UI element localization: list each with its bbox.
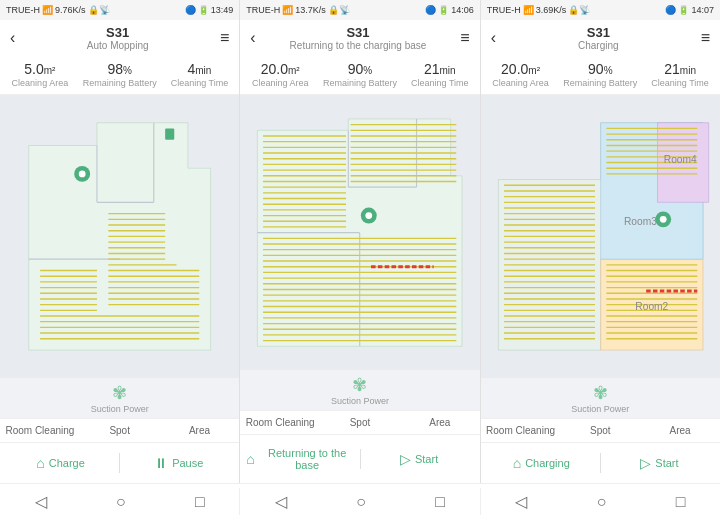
- suction-icon-2[interactable]: ✾: [352, 374, 367, 396]
- recent-nav-1[interactable]: □: [187, 489, 213, 515]
- icons-2: 🔒📡: [328, 5, 350, 15]
- panel-3-map: Room3 Room2 Room4: [481, 95, 720, 378]
- svg-rect-36: [165, 129, 174, 140]
- panel-2-menu[interactable]: ≡: [460, 29, 469, 47]
- recent-nav-3[interactable]: □: [668, 489, 694, 515]
- status-bar-3: TRUE-H 📶 3.69K/s 🔒📡 🔵 🔋 14:07: [481, 0, 720, 20]
- time-1: 13:49: [211, 5, 234, 15]
- svg-point-35: [79, 171, 86, 178]
- pause-label: Pause: [172, 457, 203, 469]
- nav-section-3: ◁ ○ □: [481, 488, 720, 515]
- panel-1: ‹ S31 Auto Mopping ≡ 5.0m² Cleaning Area…: [0, 20, 240, 483]
- panel-2-title: S31 Returning to the charging base: [256, 25, 461, 51]
- tab-area-1[interactable]: Area: [160, 419, 240, 442]
- bt-icon-3: 🔵: [665, 5, 676, 15]
- panel-3-device: S31: [496, 25, 701, 40]
- panel-1-status: Auto Mopping: [15, 40, 220, 51]
- tab-spot-2[interactable]: Spot: [320, 411, 400, 434]
- home-nav-3[interactable]: ○: [589, 489, 615, 515]
- returning-button[interactable]: ⌂ Returning to the base: [244, 441, 357, 477]
- svg-text:Room3: Room3: [624, 216, 657, 227]
- suction-icon-3[interactable]: ✾: [593, 382, 608, 404]
- panel-1-actions: ⌂ Charge ⏸ Pause: [0, 443, 239, 483]
- back-nav-3[interactable]: ◁: [507, 488, 535, 515]
- panel-3-header: ‹ S31 Charging ≡: [481, 20, 720, 56]
- charge-button[interactable]: ⌂ Charge: [4, 449, 117, 477]
- time-3: 14:07: [691, 5, 714, 15]
- status-bars: TRUE-H 📶 9.76K/s 🔒📡 🔵 🔋 13:49 TRUE-H 📶 1…: [0, 0, 720, 20]
- map-svg-2: [246, 102, 473, 363]
- stat-area-unit-1: m²: [44, 65, 56, 76]
- tab-spot-3[interactable]: Spot: [560, 419, 640, 442]
- recent-nav-2[interactable]: □: [427, 489, 453, 515]
- carrier-3: TRUE-H: [487, 5, 521, 15]
- tab-room-cleaning-3[interactable]: Room Cleaning: [481, 419, 561, 442]
- svg-text:Room4: Room4: [663, 154, 696, 165]
- icons-1: 🔒📡: [88, 5, 110, 15]
- map-svg-1: [6, 102, 233, 371]
- back-nav-2[interactable]: ◁: [267, 488, 295, 515]
- panel-3-stat-battery: 90% Remaining Battery: [560, 60, 640, 88]
- returning-label: Returning to the base: [259, 447, 356, 471]
- nav-section-1: ◁ ○ □: [0, 488, 240, 515]
- stat-time-unit-1: min: [195, 65, 211, 76]
- tab-area-2[interactable]: Area: [400, 411, 480, 434]
- action-divider-3: [600, 453, 601, 473]
- stat-time-val-2: 21: [424, 61, 440, 77]
- start-label-2: Start: [415, 453, 438, 465]
- stat-time-unit-3: min: [680, 65, 696, 76]
- panel-1-stat-time: 4min Cleaning Time: [160, 60, 240, 88]
- pause-button[interactable]: ⏸ Pause: [122, 449, 235, 477]
- stat-time-label-2: Cleaning Time: [400, 78, 480, 88]
- status-bar-2: TRUE-H 📶 13.7K/s 🔒📡 🔵 🔋 14:06: [240, 0, 480, 20]
- stat-area-val-2: 20.0: [261, 61, 288, 77]
- stat-time-val-3: 21: [664, 61, 680, 77]
- stat-battery-val-3: 90: [588, 61, 604, 77]
- stat-area-unit-2: m²: [288, 65, 300, 76]
- panel-1-device: S31: [15, 25, 220, 40]
- panel-1-stat-battery: 98% Remaining Battery: [80, 60, 160, 88]
- panel-3-menu[interactable]: ≡: [701, 29, 710, 47]
- tab-area-3[interactable]: Area: [640, 419, 720, 442]
- start-icon-2: ▷: [400, 451, 411, 467]
- nav-section-2: ◁ ○ □: [240, 488, 480, 515]
- charging-button[interactable]: ⌂ Charging: [485, 449, 598, 477]
- time-2: 14:06: [451, 5, 474, 15]
- svg-text:Room2: Room2: [635, 301, 668, 312]
- stat-area-unit-3: m²: [528, 65, 540, 76]
- panel-1-menu[interactable]: ≡: [220, 29, 229, 47]
- speed-1: 9.76K/s: [55, 5, 86, 15]
- stat-battery-unit-3: %: [604, 65, 613, 76]
- signal-icon-1: 📶: [42, 5, 53, 15]
- panel-2-mode-tabs: Room Cleaning Spot Area: [240, 410, 479, 435]
- panel-2-stat-area: 20.0m² Cleaning Area: [240, 60, 320, 88]
- home-nav-1[interactable]: ○: [108, 489, 134, 515]
- start-button-3[interactable]: ▷ Start: [603, 449, 716, 477]
- panels-container: ‹ S31 Auto Mopping ≡ 5.0m² Cleaning Area…: [0, 20, 720, 483]
- stat-battery-label-3: Remaining Battery: [560, 78, 640, 88]
- panel-2-device: S31: [256, 25, 461, 40]
- suction-label-2: Suction Power: [331, 396, 389, 406]
- start-button-2[interactable]: ▷ Start: [363, 445, 476, 473]
- carrier-2: TRUE-H: [246, 5, 280, 15]
- charge-icon: ⌂: [36, 455, 44, 471]
- signal-icon-2: 📶: [282, 5, 293, 15]
- tab-room-cleaning-2[interactable]: Room Cleaning: [240, 411, 320, 434]
- home-nav-2[interactable]: ○: [348, 489, 374, 515]
- signal-icon-3: 📶: [523, 5, 534, 15]
- icons-3: 🔒📡: [568, 5, 590, 15]
- stat-battery-val-1: 98: [107, 61, 123, 77]
- tab-room-cleaning-1[interactable]: Room Cleaning: [0, 419, 80, 442]
- panel-2-map: [240, 95, 479, 370]
- suction-icon-1[interactable]: ✾: [112, 382, 127, 404]
- panel-2-suction: ✾ Suction Power: [240, 370, 479, 410]
- stat-area-val-3: 20.0: [501, 61, 528, 77]
- stat-battery-unit-2: %: [363, 65, 372, 76]
- panel-2-header: ‹ S31 Returning to the charging base ≡: [240, 20, 479, 56]
- back-nav-1[interactable]: ◁: [27, 488, 55, 515]
- suction-label-3: Suction Power: [571, 404, 629, 414]
- charge-label: Charge: [49, 457, 85, 469]
- map-svg-3: Room3 Room2 Room4: [487, 102, 714, 371]
- bt-icon-2: 🔵: [425, 5, 436, 15]
- tab-spot-1[interactable]: Spot: [80, 419, 160, 442]
